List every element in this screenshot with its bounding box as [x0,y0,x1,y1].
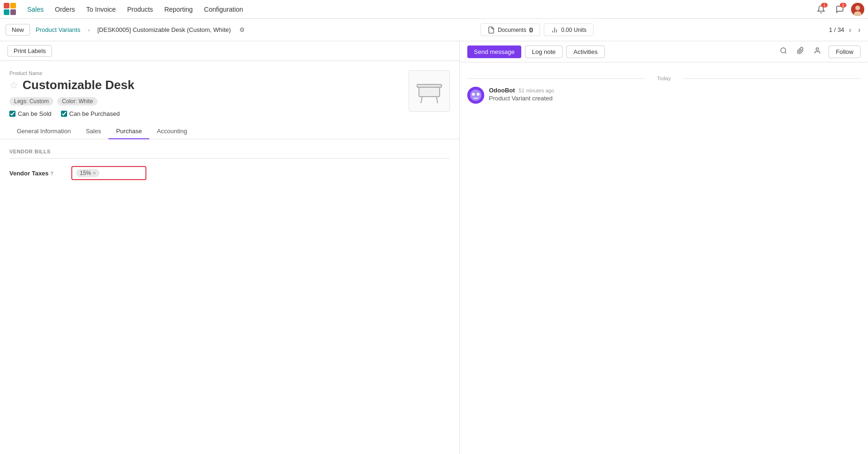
product-title-row: ☆ Customizable Desk [9,78,409,92]
svg-line-11 [421,97,422,103]
product-header-left: Product Name ☆ Customizable Desk Legs: C… [9,70,409,117]
svg-point-14 [781,48,786,53]
product-name-label: Product Name [9,70,409,76]
purchase-tab-content: Vendor Bills Vendor Taxes ? 15% × [0,139,459,195]
nav-sales[interactable]: Sales [23,4,48,15]
product-header: Product Name ☆ Customizable Desk Legs: C… [0,61,459,122]
tab-accounting[interactable]: Accounting [149,124,194,139]
vendor-taxes-field-box[interactable]: 15% × [71,166,146,180]
nav-to-invoice[interactable]: To Invoice [82,4,121,15]
nav-icons-area: 1 2 [814,2,864,17]
chatter-right-tools: Follow [778,45,860,58]
message-author: OdooBot [489,87,515,94]
vendor-taxes-field-row: Vendor Taxes ? 15% × [9,166,450,180]
breadcrumb-separator: › [88,26,90,33]
product-tags-row: Legs: Custom Color: White [9,97,409,106]
can-be-purchased-label: Can be Purchased [69,110,120,117]
sold-button[interactable]: 0.00 Units [544,23,594,36]
svg-point-19 [472,93,475,96]
svg-rect-0 [4,3,9,8]
odoobot-avatar [467,87,484,104]
message-time: 51 minutes ago [519,88,554,93]
nav-configuration[interactable]: Configuration [199,4,248,15]
can-be-sold-input[interactable] [9,111,15,117]
form-area: Print Labels Product Name ☆ Customizable… [0,41,460,454]
next-record-button[interactable]: › [856,25,862,35]
previous-record-button[interactable]: ‹ [847,25,853,35]
svg-line-15 [785,52,787,53]
send-message-button[interactable]: Send message [467,45,521,58]
nav-orders[interactable]: Orders [50,4,80,15]
record-navigation: 1 / 34 ‹ › [829,25,862,35]
chatter-toolbar: Send message Log note Activities [460,41,868,62]
can-be-sold-checkbox[interactable]: Can be Sold [9,110,52,117]
svg-point-5 [855,6,860,10]
svg-point-18 [470,90,481,101]
app-logo[interactable] [4,3,17,16]
date-divider-today: Today [467,76,860,81]
message-header: OdooBot 51 minutes ago [489,87,860,94]
svg-rect-3 [10,9,16,15]
tab-sales[interactable]: Sales [78,124,109,139]
print-labels-button[interactable]: Print Labels [8,45,52,57]
can-be-sold-label: Can be Sold [18,110,52,117]
product-title: Customizable Desk [23,78,134,92]
tab-purchase[interactable]: Purchase [108,124,149,139]
log-note-button[interactable]: Log note [525,45,563,58]
nav-products[interactable]: Products [122,4,158,15]
action-bar: New Product Variants › [DESK0005] Custom… [0,19,868,41]
vendor-bills-section-title: Vendor Bills [9,149,450,159]
svg-line-12 [436,97,438,103]
svg-rect-10 [419,86,440,97]
tab-general-information[interactable]: General Information [9,124,78,139]
tag-color-white[interactable]: Color: White [57,97,98,106]
svg-rect-13 [417,84,442,87]
svg-rect-2 [4,9,9,15]
record-position: 1 / 34 [829,26,845,33]
breadcrumb-current: [DESK0005] Customizable Desk (Custom, Wh… [98,26,231,33]
can-be-purchased-input[interactable] [61,111,67,117]
message-item: OdooBot 51 minutes ago Product Variant c… [467,87,860,104]
user-avatar[interactable] [851,3,864,16]
vendor-taxes-label: Vendor Taxes ? [9,170,66,177]
svg-point-16 [816,48,819,50]
activities-button[interactable]: Activities [566,45,604,58]
messages-button[interactable]: 2 [832,2,847,17]
form-toolbar: Print Labels [0,41,459,61]
attach-button[interactable] [795,45,806,58]
action-bar-stats: Documents 0 0.00 Units [251,23,823,36]
message-badge: 2 [840,3,846,8]
favorite-star-icon[interactable]: ☆ [9,79,19,91]
message-content: OdooBot 51 minutes ago Product Variant c… [489,87,860,104]
tax-tag-remove-button[interactable]: × [93,170,96,176]
follow-button[interactable]: Follow [829,45,860,58]
tax-tag-15: 15% × [76,169,99,177]
chatter-messages: Today OdooBot 51 minutes ago [460,62,868,119]
vendor-taxes-help-icon[interactable]: ? [50,171,53,176]
nav-reporting[interactable]: Reporting [160,4,198,15]
settings-gear-icon[interactable]: ⚙ [239,26,245,33]
documents-button[interactable]: Documents 0 [480,23,540,36]
product-tabs: General Information Sales Purchase Accou… [0,124,459,139]
message-body: Product Variant created [489,95,860,102]
main-layout: Print Labels Product Name ☆ Customizable… [0,41,868,454]
can-be-purchased-checkbox[interactable]: Can be Purchased [61,110,120,117]
top-navigation: Sales Orders To Invoice Products Reporti… [0,0,868,19]
product-checkboxes: Can be Sold Can be Purchased [9,110,409,117]
tax-tag-value: 15% [80,170,91,176]
documents-label: Documents [498,27,526,33]
documents-count: 0 [529,26,533,34]
notifications-button[interactable]: 1 [814,2,829,17]
svg-rect-1 [10,3,16,8]
svg-point-20 [477,93,480,96]
tag-legs-custom[interactable]: Legs: Custom [9,97,53,106]
breadcrumb-product-variants[interactable]: Product Variants [36,26,80,33]
search-chatter-button[interactable] [778,45,789,58]
product-image[interactable] [409,70,450,112]
chatter: Send message Log note Activities [460,41,868,454]
sold-value: 0.00 Units [561,27,586,33]
notification-badge: 1 [821,3,828,8]
user-chatter-button[interactable] [812,45,823,58]
new-button[interactable]: New [6,24,30,36]
